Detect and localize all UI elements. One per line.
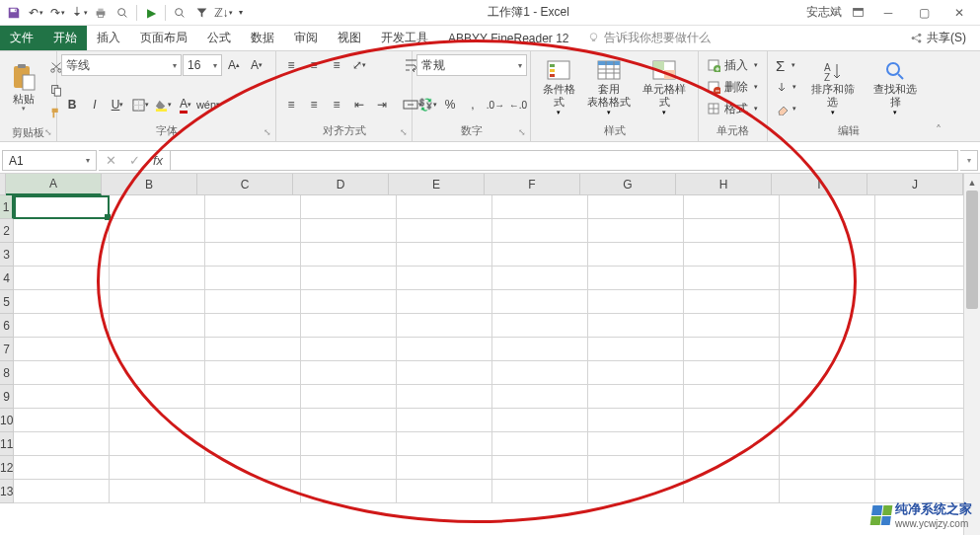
cell[interactable] [397,338,492,361]
ribbon-display-options-button[interactable] [848,3,867,23]
cell[interactable] [684,314,780,338]
cell[interactable] [397,267,492,290]
enter-formula-button[interactable]: ✓ [122,151,146,170]
cell[interactable] [205,219,301,243]
cell[interactable] [588,290,684,314]
align-middle-button[interactable]: ≡ [303,54,325,76]
cell[interactable] [14,243,110,267]
number-format-combo[interactable]: 常规▾ [416,54,527,76]
align-center-button[interactable]: ≡ [303,94,325,115]
align-bottom-button[interactable]: ≡ [326,54,347,76]
conditional-formatting-button[interactable]: 条件格式▾ [535,54,583,121]
number-dialog-launcher[interactable]: ⤡ [516,126,528,138]
cell[interactable] [780,385,875,409]
col-header[interactable]: D [293,174,389,195]
cell[interactable] [205,267,301,290]
cell[interactable] [301,480,397,503]
cell[interactable] [397,456,492,480]
cell[interactable] [588,385,684,409]
cell[interactable] [110,195,205,219]
cell[interactable] [110,243,205,267]
fill-button[interactable]: ▾ [772,76,800,98]
cell[interactable] [588,243,684,267]
cell[interactable] [301,314,397,338]
cell[interactable] [205,290,301,314]
cell[interactable] [397,195,492,219]
cell[interactable] [684,219,780,243]
cell[interactable] [780,432,875,456]
border-button[interactable]: ▾ [129,94,151,115]
cell[interactable] [588,456,684,480]
cell[interactable] [780,290,875,314]
cell[interactable] [684,409,780,432]
clipboard-dialog-launcher[interactable]: ⤡ [42,126,54,138]
cell[interactable] [14,432,110,456]
cell[interactable] [492,432,588,456]
cell[interactable] [780,267,875,290]
cell[interactable] [14,361,110,385]
cell[interactable] [14,267,110,290]
tab-review[interactable]: 审阅 [284,26,328,50]
cell[interactable] [205,385,301,409]
cell[interactable] [492,195,588,219]
cell[interactable] [397,219,492,243]
cell[interactable] [492,385,588,409]
find-select-button[interactable]: 查找和选择▾ [866,54,927,121]
row-header[interactable]: 12 [0,456,14,480]
cell[interactable] [684,432,780,456]
increase-indent-button[interactable]: ⇥ [371,94,393,115]
tab-file[interactable]: 文件 [0,26,43,50]
cell[interactable] [588,409,684,432]
collapse-ribbon-button[interactable]: ˄ [930,51,947,141]
cell[interactable] [205,456,301,480]
row-header[interactable]: 13 [0,480,14,503]
cell[interactable] [684,243,780,267]
row-header[interactable]: 6 [0,314,14,338]
cell[interactable] [301,267,397,290]
cell[interactable] [875,195,963,219]
cell[interactable] [780,195,875,219]
cell[interactable] [588,314,684,338]
cell[interactable] [205,361,301,385]
cell[interactable] [397,290,492,314]
col-header[interactable]: G [580,174,676,195]
cell[interactable] [397,361,492,385]
cell[interactable] [110,385,205,409]
font-size-combo[interactable]: 16▾ [183,54,222,76]
row-header[interactable]: 11 [0,432,14,456]
cell[interactable] [684,385,780,409]
cell[interactable] [14,338,110,361]
cell[interactable] [301,385,397,409]
cell[interactable] [205,314,301,338]
row-header[interactable]: 9 [0,385,14,409]
decrease-font-button[interactable]: A▾ [246,54,267,76]
cell[interactable] [875,385,963,409]
row-header[interactable]: 2 [0,219,14,243]
decrease-indent-button[interactable]: ⇤ [348,94,370,115]
cell[interactable] [780,361,875,385]
formula-input[interactable] [171,150,958,171]
vertical-scrollbar[interactable]: ▲ ▼ [963,174,980,535]
col-header[interactable]: F [485,174,580,195]
cell[interactable] [301,361,397,385]
cell[interactable] [684,361,780,385]
cell[interactable] [14,219,110,243]
tab-formulas[interactable]: 公式 [197,26,241,50]
row-header[interactable]: 10 [0,409,14,432]
cell[interactable] [875,338,963,361]
tab-page-layout[interactable]: 页面布局 [130,26,197,50]
italic-button[interactable]: I [84,94,106,115]
cell[interactable] [110,290,205,314]
cell[interactable] [110,480,205,503]
currency-button[interactable]: 💱▾ [416,94,438,115]
increase-decimal-button[interactable]: .0→ [485,94,506,115]
cell[interactable] [205,195,301,219]
touch-mode-button[interactable]: ▾ [69,3,89,23]
cell[interactable] [492,219,588,243]
cell[interactable] [14,385,110,409]
cell[interactable] [397,432,492,456]
row-header[interactable]: 3 [0,243,14,267]
cell[interactable] [301,456,397,480]
row-header[interactable]: 1 [0,195,14,219]
font-color-button[interactable]: A▾ [175,94,196,115]
